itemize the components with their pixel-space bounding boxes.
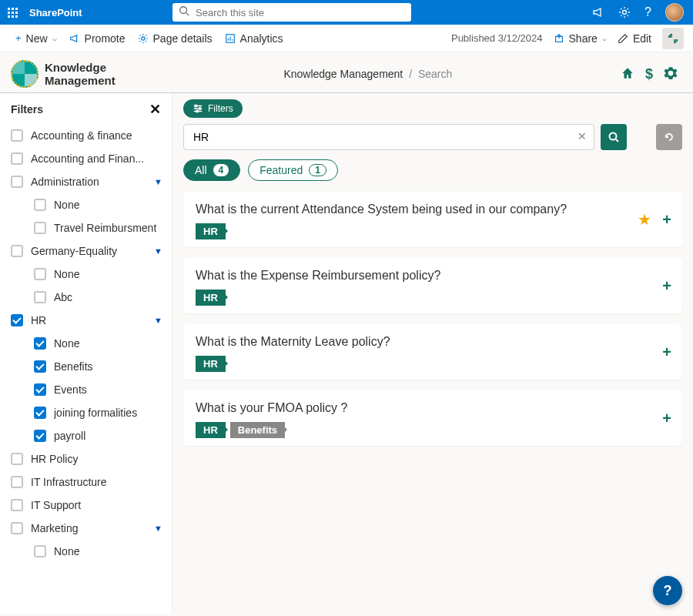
clear-search-button[interactable]: ✕ [578, 130, 587, 142]
result-item[interactable]: What is your FMOA policy ?HRBenefits+ [183, 390, 682, 446]
filter-checkbox[interactable] [34, 360, 46, 373]
tab-featured[interactable]: Featured1 [248, 159, 338, 181]
filter-sub-item[interactable]: payroll [0, 424, 172, 447]
tag[interactable]: HR [196, 422, 226, 438]
filter-label: HR Policy [31, 453, 78, 465]
filter-sub-item[interactable]: joining formalities [0, 401, 172, 424]
chevron-down-icon[interactable]: ▼ [154, 246, 162, 256]
chevron-down-icon[interactable]: ▼ [154, 177, 162, 186]
filter-checkbox[interactable] [11, 152, 23, 165]
filter-checkbox[interactable] [34, 268, 46, 280]
help-fab[interactable]: ? [653, 576, 682, 605]
filter-sub-item[interactable]: None [0, 540, 172, 563]
suite-search-input[interactable] [172, 3, 411, 22]
tag[interactable]: HR [196, 356, 226, 372]
edit-button[interactable]: Edit [618, 32, 651, 45]
chevron-down-icon[interactable]: ▼ [154, 524, 162, 533]
published-label: Published 3/12/2024 [451, 32, 543, 44]
help-icon[interactable]: ? [644, 5, 651, 19]
filter-checkbox[interactable] [34, 545, 46, 557]
plus-icon: + [15, 32, 22, 44]
site-title-line2: Management [45, 74, 116, 87]
app-launcher-button[interactable] [0, 8, 25, 18]
filter-item[interactable]: Accounting & finance [0, 124, 172, 147]
filter-sub-item[interactable]: None [0, 193, 172, 216]
result-item[interactable]: What is the current Attendance System be… [183, 192, 682, 247]
home-icon[interactable] [621, 66, 634, 82]
filter-item[interactable]: Administration▼ [0, 170, 172, 193]
filter-checkbox[interactable] [34, 407, 46, 419]
tag[interactable]: Benefits [230, 422, 285, 438]
expand-button[interactable]: + [662, 343, 671, 361]
filter-checkbox[interactable] [11, 522, 23, 534]
filter-checkbox[interactable] [34, 199, 46, 211]
promote-button[interactable]: Promote [63, 32, 132, 45]
site-logo[interactable] [11, 60, 38, 88]
filter-item[interactable]: HR▼ [0, 309, 172, 332]
filter-label: Marketing [31, 522, 78, 534]
filters-toggle-button[interactable]: Filters [183, 99, 243, 118]
filter-item[interactable]: IT Infrastructure [0, 470, 172, 494]
filter-item[interactable]: Accounting and Finan... [0, 147, 172, 170]
main-content: Filters ✕ All4Featured1 What is the curr… [172, 93, 693, 614]
expand-button[interactable]: + [662, 277, 671, 295]
search-button[interactable] [601, 124, 627, 150]
tab-all[interactable]: All4 [183, 159, 240, 181]
undo-icon [663, 131, 675, 143]
filter-checkbox[interactable] [11, 129, 23, 142]
analytics-button[interactable]: Analytics [219, 32, 290, 45]
page-details-button[interactable]: Page details [132, 32, 219, 45]
filter-checkbox[interactable] [11, 314, 23, 326]
filter-sub-item[interactable]: Events [0, 378, 172, 401]
filter-sub-item[interactable]: None [0, 263, 172, 286]
expand-button[interactable]: + [662, 410, 671, 427]
result-item[interactable]: What is the Maternity Leave policy?HR+ [183, 324, 682, 380]
filter-item[interactable]: Marketing▼ [0, 517, 172, 540]
filter-checkbox[interactable] [34, 222, 46, 234]
filter-checkbox[interactable] [11, 499, 23, 511]
chevron-down-icon[interactable]: ▼ [154, 316, 162, 325]
close-filters-button[interactable]: ✕ [149, 101, 161, 118]
tag[interactable]: HR [196, 223, 226, 239]
pencil-icon [618, 33, 628, 44]
suite-search [172, 3, 411, 22]
star-icon[interactable]: ★ [638, 210, 651, 229]
filter-label: Abc [54, 291, 72, 303]
filter-label: Administration [31, 176, 99, 188]
filter-checkbox[interactable] [11, 453, 23, 465]
svg-point-3 [141, 36, 144, 39]
new-button[interactable]: + New ⌵ [9, 32, 63, 45]
filter-label: Germany-Equality [31, 245, 117, 257]
tag[interactable]: HR [196, 290, 226, 306]
filter-item[interactable]: HR Policy [0, 447, 172, 470]
content-search-input[interactable] [183, 124, 594, 150]
promote-icon [69, 33, 80, 44]
result-item[interactable]: What is the Expense Reimbursement policy… [183, 258, 682, 313]
user-avatar[interactable] [665, 3, 684, 22]
filter-checkbox[interactable] [11, 176, 23, 188]
result-tags: HR [196, 224, 670, 238]
filter-checkbox[interactable] [34, 291, 46, 303]
settings-gear-icon[interactable] [618, 6, 631, 18]
filter-sub-item[interactable]: Abc [0, 286, 172, 309]
filter-checkbox[interactable] [34, 430, 46, 442]
breadcrumb-root[interactable]: Knowledge Management [283, 68, 403, 80]
settings-gear-icon[interactable] [664, 66, 678, 82]
filter-item[interactable]: Germany-Equality▼ [0, 239, 172, 263]
reset-button[interactable] [656, 124, 682, 150]
filter-item[interactable]: IT Support [0, 494, 172, 517]
filter-checkbox[interactable] [34, 337, 46, 350]
filter-sub-item[interactable]: Travel Reimbursment [0, 216, 172, 239]
filter-checkbox[interactable] [11, 245, 23, 257]
focus-mode-button[interactable] [662, 28, 684, 49]
share-button[interactable]: Share ⌵ [554, 32, 607, 45]
filter-sub-item[interactable]: Benefits [0, 355, 172, 378]
filter-sub-item[interactable]: None [0, 332, 172, 355]
filter-checkbox[interactable] [34, 383, 46, 396]
dollar-icon[interactable]: $ [645, 66, 653, 82]
megaphone-icon[interactable] [592, 6, 604, 18]
filter-checkbox[interactable] [11, 476, 23, 488]
suite-bar: SharePoint ? [0, 0, 693, 25]
share-label: Share [569, 32, 598, 45]
expand-button[interactable]: + [662, 211, 671, 229]
